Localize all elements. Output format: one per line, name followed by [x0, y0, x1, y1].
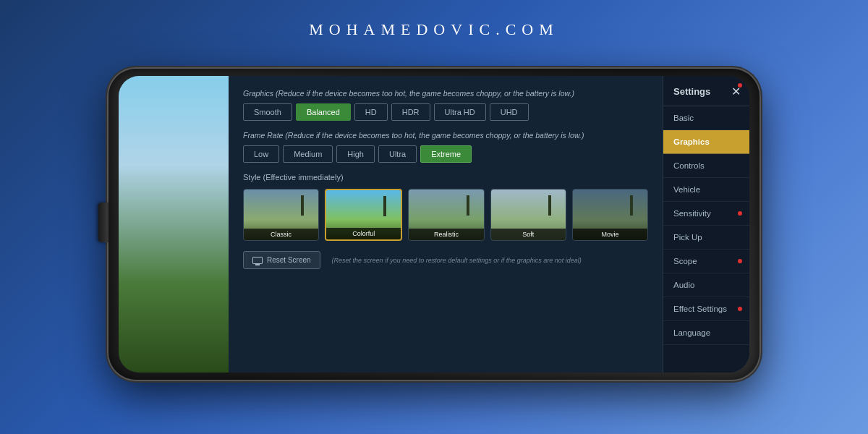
quality-smooth-button[interactable]: Smooth	[243, 103, 292, 121]
close-button-wrapper[interactable]: ✕	[731, 85, 741, 98]
style-movie-thumb[interactable]: Movie	[572, 189, 648, 241]
watermark: MOHAMEDOVIC.COM	[309, 20, 559, 39]
style-soft-label: Soft	[491, 229, 566, 240]
nav-item-effect-settings[interactable]: Effect Settings	[663, 297, 749, 321]
style-movie-label: Movie	[573, 229, 647, 240]
nav-item-scope[interactable]: Scope	[663, 250, 749, 273]
settings-content: Graphics (Reduce if the device becomes t…	[229, 76, 663, 373]
thumb-tower-colorful	[383, 196, 386, 216]
nav-item-graphics[interactable]: Graphics	[663, 130, 749, 154]
style-classic-label: Classic	[244, 229, 318, 240]
nav-item-basic[interactable]: Basic	[663, 106, 749, 130]
thumb-tower-soft	[548, 195, 551, 216]
quality-hd-button[interactable]: HD	[354, 103, 388, 121]
nav-item-sensitivity[interactable]: Sensitivity	[663, 202, 749, 226]
framerate-extreme-button[interactable]: Extreme	[420, 145, 472, 163]
reset-screen-button[interactable]: Reset Screen	[243, 251, 320, 269]
thumb-tower-movie	[630, 195, 633, 216]
framerate-low-button[interactable]: Low	[243, 145, 279, 163]
thumb-tower-realistic	[467, 195, 469, 216]
close-dot	[738, 83, 742, 88]
framerate-row: Low Medium High Ultra Extreme	[243, 145, 648, 163]
settings-nav: Settings ✕ Basic Graphics Controls Vehic…	[663, 76, 749, 373]
quality-balanced-button[interactable]: Balanced	[296, 103, 351, 121]
framerate-ultra-button[interactable]: Ultra	[378, 145, 417, 163]
effect-settings-dot	[738, 307, 742, 311]
settings-title: Settings	[673, 86, 710, 97]
style-colorful-thumb[interactable]: Colorful	[325, 189, 402, 241]
nav-item-pickup[interactable]: Pick Up	[663, 226, 749, 250]
style-section-label: Style (Effective immediately)	[243, 173, 648, 182]
nav-item-audio[interactable]: Audio	[663, 273, 749, 297]
game-background	[119, 76, 229, 373]
thumb-tower-classic	[301, 195, 304, 216]
nav-item-vehicle[interactable]: Vehicle	[663, 178, 749, 202]
style-classic-thumb[interactable]: Classic	[243, 189, 319, 241]
nav-item-language[interactable]: Language	[663, 321, 749, 345]
graphics-quality-row: Smooth Balanced HD HDR Ultra HD UHD	[243, 103, 648, 121]
phone-device: Graphics (Reduce if the device becomes t…	[109, 69, 760, 380]
framerate-medium-button[interactable]: Medium	[283, 145, 333, 163]
reset-hint-text: (Reset the screen if you need to restore…	[332, 257, 582, 264]
phone-body: Graphics (Reduce if the device becomes t…	[109, 69, 760, 380]
style-realistic-thumb[interactable]: Realistic	[408, 189, 484, 241]
style-realistic-label: Realistic	[409, 229, 483, 240]
monitor-icon	[252, 257, 263, 264]
settings-header: Settings ✕	[663, 76, 749, 106]
quality-uhd-button[interactable]: UHD	[490, 103, 529, 121]
reset-screen-label: Reset Screen	[267, 256, 311, 264]
quality-ultra-hd-button[interactable]: Ultra HD	[434, 103, 486, 121]
sensitivity-dot	[738, 211, 742, 216]
phone-screen: Graphics (Reduce if the device becomes t…	[119, 76, 749, 373]
framerate-high-button[interactable]: High	[336, 145, 375, 163]
power-button	[98, 203, 109, 242]
quality-hdr-button[interactable]: HDR	[391, 103, 430, 121]
graphics-quality-label: Graphics (Reduce if the device becomes t…	[243, 89, 648, 98]
nav-item-controls[interactable]: Controls	[663, 154, 749, 178]
style-thumbnails-row: Classic Colorful Realistic Soft	[243, 189, 648, 241]
style-colorful-label: Colorful	[326, 228, 401, 239]
scope-dot	[738, 259, 742, 263]
framerate-label: Frame Rate (Reduce if the device becomes…	[243, 131, 648, 140]
style-soft-thumb[interactable]: Soft	[490, 189, 566, 241]
settings-panel: Graphics (Reduce if the device becomes t…	[229, 76, 749, 373]
